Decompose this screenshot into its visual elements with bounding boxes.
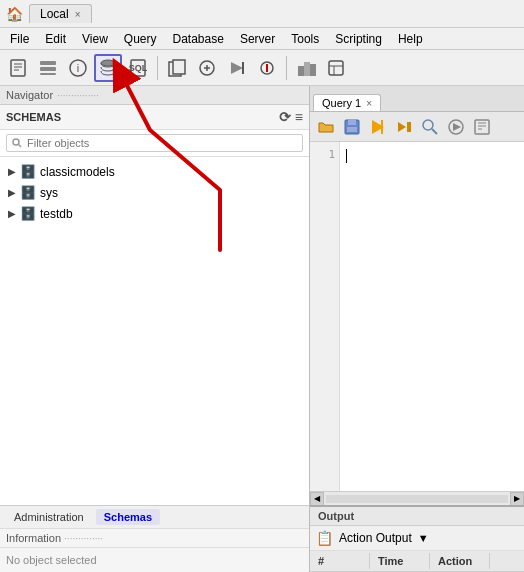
navigator-header: Navigator ··············· — [0, 86, 309, 105]
menu-view[interactable]: View — [76, 30, 114, 48]
menu-tools[interactable]: Tools — [285, 30, 325, 48]
svg-rect-6 — [40, 73, 56, 75]
expand-arrow-classicmodels: ▶ — [8, 166, 16, 177]
left-panel: Navigator ··············· SCHEMAS ⟳ ≡ — [0, 86, 310, 572]
schema-item-sys[interactable]: ▶ 🗄️ sys — [0, 182, 309, 203]
db-icon-classicmodels: 🗄️ — [20, 164, 36, 179]
local-tab-close[interactable]: × — [75, 9, 81, 20]
toolbar-btn-6[interactable] — [193, 54, 221, 82]
refresh-schemas-icon[interactable]: ⟳ — [279, 109, 291, 125]
tab-schemas[interactable]: Schemas — [96, 509, 160, 525]
svg-line-35 — [432, 129, 437, 134]
main-toolbar: i SQL — [0, 50, 524, 86]
info-section: Information ·············· No object sel… — [0, 528, 309, 572]
toolbar-btn-4[interactable]: SQL — [124, 54, 152, 82]
menu-edit[interactable]: Edit — [39, 30, 72, 48]
svg-rect-23 — [310, 64, 316, 76]
toolbar-btn-2[interactable]: i — [64, 54, 92, 82]
output-icon: 📋 — [316, 530, 333, 546]
filter-box — [0, 130, 309, 157]
toolbar-btn-7[interactable] — [223, 54, 251, 82]
save-btn[interactable] — [340, 116, 364, 138]
info-label: Information — [6, 532, 61, 544]
svg-text:SQL: SQL — [129, 63, 148, 73]
title-bar: 🏠 Local × — [0, 0, 524, 28]
schema-item-classicmodels[interactable]: ▶ 🗄️ classicmodels — [0, 161, 309, 182]
query-tab-close[interactable]: × — [366, 98, 372, 109]
svg-rect-13 — [173, 60, 185, 74]
scroll-right-btn[interactable]: ▶ — [510, 492, 524, 506]
svg-point-34 — [423, 120, 433, 130]
schema-list: ▶ 🗄️ classicmodels ▶ 🗄️ sys ▶ 🗄️ testdb — [0, 157, 309, 505]
filter-input[interactable] — [6, 134, 303, 152]
toolbar-btn-table[interactable] — [94, 54, 122, 82]
execute-selection-btn[interactable] — [392, 116, 416, 138]
menu-bar: File Edit View Query Database Server Too… — [0, 28, 524, 50]
query-tabs: Query 1 × — [310, 86, 524, 112]
info-header: Information ·············· — [0, 529, 309, 548]
dropdown-arrow-icon[interactable]: ▼ — [418, 532, 429, 544]
menu-help[interactable]: Help — [392, 30, 429, 48]
schema-item-testdb[interactable]: ▶ 🗄️ testdb — [0, 203, 309, 224]
output-area: Output 📋 Action Output ▼ # Time Action — [310, 505, 524, 572]
svg-rect-33 — [407, 122, 411, 132]
info-dots: ·············· — [64, 533, 103, 544]
code-content[interactable] — [340, 142, 524, 491]
schemas-header: SCHEMAS ⟳ ≡ — [0, 105, 309, 130]
schema-name-sys: sys — [40, 186, 58, 200]
horizontal-scrollbar[interactable]: ◀ ▶ — [310, 491, 524, 505]
query-tab-1[interactable]: Query 1 × — [313, 94, 381, 111]
main-area: Navigator ··············· SCHEMAS ⟳ ≡ — [0, 86, 524, 572]
svg-rect-5 — [40, 67, 56, 71]
schema-name-classicmodels: classicmodels — [40, 165, 115, 179]
export-btn[interactable] — [470, 116, 494, 138]
execute-btn[interactable] — [366, 116, 390, 138]
svg-marker-17 — [231, 62, 243, 74]
navigator-label: Navigator — [6, 89, 53, 101]
scroll-left-btn[interactable]: ◀ — [310, 492, 324, 506]
run-query-btn[interactable] — [444, 116, 468, 138]
line-numbers: 1 — [310, 142, 340, 491]
menu-query[interactable]: Query — [118, 30, 163, 48]
col-action: Action — [430, 553, 490, 569]
toolbar-btn-10[interactable] — [322, 54, 350, 82]
menu-file[interactable]: File — [4, 30, 35, 48]
toolbar-btn-9[interactable] — [292, 54, 320, 82]
menu-scripting[interactable]: Scripting — [329, 30, 388, 48]
output-header: Output — [310, 507, 524, 526]
svg-point-9 — [101, 60, 115, 66]
toolbar-btn-5[interactable] — [163, 54, 191, 82]
left-bottom-tabs: Administration Schemas — [0, 505, 309, 528]
col-time: Time — [370, 553, 430, 569]
schema-name-testdb: testdb — [40, 207, 73, 221]
menu-database[interactable]: Database — [167, 30, 230, 48]
line-number-1: 1 — [314, 148, 335, 161]
svg-text:i: i — [77, 62, 79, 74]
left-bottom-area: Administration Schemas Information ·····… — [0, 505, 309, 572]
open-folder-btn[interactable] — [314, 116, 338, 138]
svg-rect-0 — [11, 60, 25, 76]
app-icon: 🏠 — [6, 6, 23, 22]
svg-rect-24 — [329, 61, 343, 75]
toolbar-btn-8[interactable] — [253, 54, 281, 82]
filter-schemas-icon[interactable]: ≡ — [295, 109, 303, 125]
output-label: Output — [318, 510, 354, 522]
svg-rect-21 — [298, 66, 304, 76]
tab-administration[interactable]: Administration — [6, 509, 92, 525]
svg-rect-29 — [347, 127, 357, 132]
title-tab-area: Local × — [29, 4, 92, 23]
toolbar-btn-0[interactable] — [4, 54, 32, 82]
action-output-label: Action Output — [339, 531, 412, 545]
svg-rect-38 — [475, 120, 489, 134]
menu-server[interactable]: Server — [234, 30, 281, 48]
schemas-label: SCHEMAS — [6, 111, 61, 123]
toolbar-btn-1[interactable] — [34, 54, 62, 82]
search-query-btn[interactable] — [418, 116, 442, 138]
schemas-section: SCHEMAS ⟳ ≡ ▶ 🗄️ classicmodels — [0, 105, 309, 505]
query-tab-label: Query 1 — [322, 97, 361, 109]
svg-marker-32 — [398, 122, 406, 132]
local-tab[interactable]: Local × — [29, 4, 92, 23]
scroll-track[interactable] — [326, 495, 508, 503]
code-area[interactable]: 1 — [310, 142, 524, 491]
svg-rect-22 — [304, 62, 310, 76]
